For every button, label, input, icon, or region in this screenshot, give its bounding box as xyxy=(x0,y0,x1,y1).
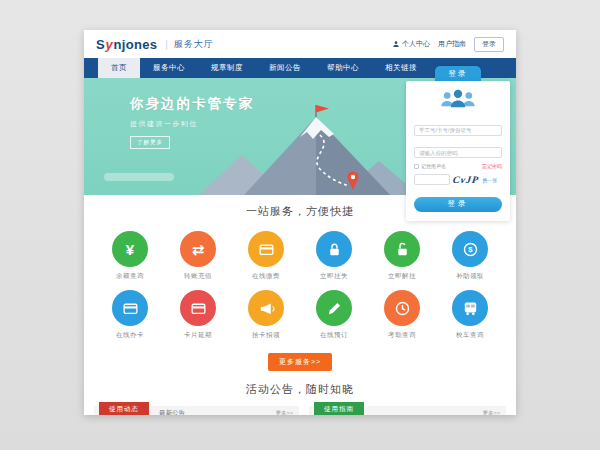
yuan-icon: ¥ xyxy=(112,231,148,267)
clock-icon xyxy=(384,290,420,326)
nav-item-rules[interactable]: 规章制度 xyxy=(198,58,256,78)
desktop-background: Synjones | 服务大厅 个人中心 用户指南 登录 首页 服务中心 规章制… xyxy=(0,0,600,450)
services-grid: ¥余额查询 ⇄转账充值 在线缴费 立即挂失 立即解挂 $补助领取 在线办卡 卡片… xyxy=(84,219,516,340)
services-section: 一站服务，方便快捷 ¥余额查询 ⇄转账充值 在线缴费 立即挂失 立即解挂 $补助… xyxy=(84,195,516,371)
usage-news-ribbon[interactable]: 使用动态 xyxy=(99,402,149,415)
hero-title: 你身边的卡管专家 xyxy=(130,95,254,113)
user-guide-label: 用户指南 xyxy=(438,39,466,49)
site-name: 服务大厅 xyxy=(174,38,214,51)
card-icon xyxy=(180,290,216,326)
forgot-password-link[interactable]: 忘记密码 xyxy=(482,163,502,169)
bus-icon xyxy=(452,290,488,326)
personal-center-label: 个人中心 xyxy=(402,39,430,49)
service-item-payment[interactable]: 在线缴费 xyxy=(232,231,300,281)
coin-icon: $ xyxy=(452,231,488,267)
personal-center-link[interactable]: 个人中心 xyxy=(392,39,430,49)
captcha-input[interactable] xyxy=(414,174,450,185)
lock-icon xyxy=(316,231,352,267)
captcha-image[interactable]: CvJP xyxy=(452,174,480,185)
svg-text:$: $ xyxy=(468,245,473,254)
service-item-online-booking[interactable]: 在线预订 xyxy=(300,290,368,340)
card-icon xyxy=(112,290,148,326)
login-panel: 登录 记住用户名 忘记密码 CvJ xyxy=(406,66,510,221)
cloud-shape xyxy=(104,173,174,181)
right-more-link[interactable]: 更多>> xyxy=(483,410,500,416)
service-item-transfer[interactable]: ⇄转账充值 xyxy=(164,231,232,281)
right-panel-bar: 使用指南 更多>> xyxy=(309,406,506,415)
login-options-row: 记住用户名 忘记密码 xyxy=(414,163,502,169)
nav-item-help-center[interactable]: 帮助中心 xyxy=(314,58,372,78)
login-submit-button[interactable]: 登录 xyxy=(414,197,502,212)
nav-item-home[interactable]: 首页 xyxy=(98,58,140,78)
nav-item-service-center[interactable]: 服务中心 xyxy=(140,58,198,78)
password-input[interactable] xyxy=(414,147,502,158)
service-item-attendance[interactable]: 考勤查询 xyxy=(368,290,436,340)
header-login-button[interactable]: 登录 xyxy=(474,37,504,52)
service-item-subsidy[interactable]: $补助领取 xyxy=(436,231,504,281)
service-item-card-extension[interactable]: 卡片延期 xyxy=(164,290,232,340)
logo-text-2: njones xyxy=(114,37,158,52)
users-icon xyxy=(414,88,502,112)
captcha-refresh-link[interactable]: 换一张 xyxy=(482,177,497,183)
edit-icon xyxy=(316,290,352,326)
card-icon xyxy=(248,231,284,267)
announcements-right-panel: 使用指南 更多>> xyxy=(309,406,506,415)
site-logo[interactable]: Synjones xyxy=(96,37,157,52)
service-item-unreport-loss[interactable]: 立即解挂 xyxy=(368,231,436,281)
service-item-found-card[interactable]: 拾卡招领 xyxy=(232,290,300,340)
announcements-title: 活动公告，随时知晓 xyxy=(84,382,516,397)
megaphone-icon xyxy=(248,290,284,326)
username-input[interactable] xyxy=(414,125,502,136)
logo-accent: y xyxy=(105,37,113,52)
service-item-apply-card[interactable]: 在线办卡 xyxy=(96,290,164,340)
login-card: 记住用户名 忘记密码 CvJP 换一张 登录 xyxy=(406,81,510,221)
captcha-row: CvJP 换一张 xyxy=(414,174,502,185)
announcements-section: 活动公告，随时知晓 使用动态 最新公告 更多>> 使用指南 更多>> xyxy=(84,371,516,415)
login-tab[interactable]: 登录 xyxy=(435,66,481,81)
user-icon xyxy=(392,40,400,48)
browser-page: Synjones | 服务大厅 个人中心 用户指南 登录 首页 服务中心 规章制… xyxy=(84,30,516,415)
nav-item-news[interactable]: 新闻公告 xyxy=(256,58,314,78)
usage-guide-ribbon[interactable]: 使用指南 xyxy=(314,402,364,415)
user-guide-link[interactable]: 用户指南 xyxy=(438,39,466,49)
service-item-school-bus[interactable]: 校车查询 xyxy=(436,290,504,340)
remember-checkbox[interactable] xyxy=(414,164,419,169)
header-links: 个人中心 用户指南 登录 xyxy=(392,37,504,52)
transfer-icon: ⇄ xyxy=(180,231,216,267)
hero-cta-button[interactable]: 了解更多 xyxy=(130,136,170,149)
logo-text: S xyxy=(96,37,105,52)
announcement-panels: 使用动态 最新公告 更多>> 使用指南 更多>> xyxy=(84,406,516,415)
unlock-icon xyxy=(384,231,420,267)
hero-subtitle: 提供建设一步到位 xyxy=(130,119,254,129)
announcements-left-panel: 使用动态 最新公告 更多>> xyxy=(94,406,299,415)
left-more-link[interactable]: 更多>> xyxy=(276,410,293,416)
service-item-balance[interactable]: ¥余额查询 xyxy=(96,231,164,281)
latest-announcements-tab[interactable]: 最新公告 xyxy=(159,409,185,416)
service-item-report-loss[interactable]: 立即挂失 xyxy=(300,231,368,281)
logo-divider: | xyxy=(165,39,168,50)
left-panel-bar: 使用动态 最新公告 更多>> xyxy=(94,406,299,415)
site-header: Synjones | 服务大厅 个人中心 用户指南 登录 xyxy=(84,30,516,58)
remember-label: 记住用户名 xyxy=(421,163,446,169)
more-services-button[interactable]: 更多服务>> xyxy=(268,353,332,371)
hero-copy: 你身边的卡管专家 提供建设一步到位 了解更多 xyxy=(130,95,254,149)
